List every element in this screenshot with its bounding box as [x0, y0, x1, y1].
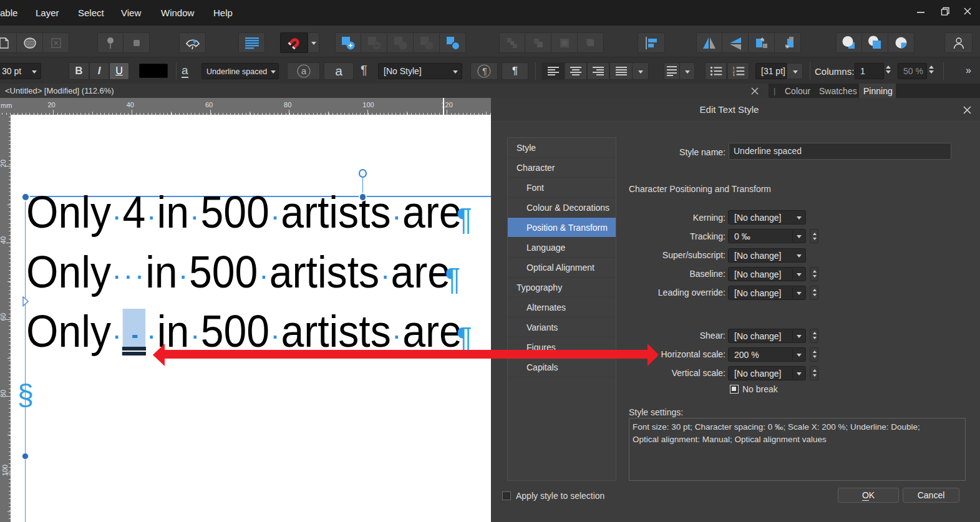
svg-text:¶: ¶ — [482, 66, 487, 76]
svg-text:a: a — [301, 65, 306, 76]
svg-text:3: 3 — [732, 73, 735, 77]
